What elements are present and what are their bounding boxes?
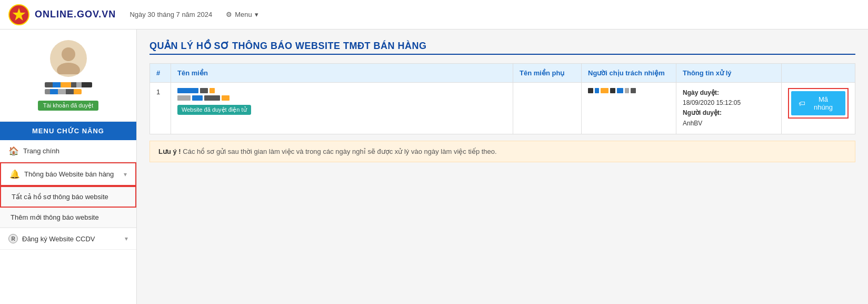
sidebar-link-dang-ky-ccdv[interactable]: R Đăng ký Website CCDV ▾ (0, 228, 136, 249)
sub-nav-thong-bao: Tất cả hồ sơ thông báo website Thêm mới … (0, 186, 136, 228)
sidebar-label-trang-chinh: Trang chính (23, 147, 59, 155)
chevron-down-icon: ▾ (255, 11, 258, 18)
cell-processing-info: Ngày duyệt: 18/09/2020 15:12:05 Người du… (676, 83, 782, 134)
menu-label: Menu (235, 11, 252, 18)
sidebar-item-trang-chinh[interactable]: 🏠 Trang chính (0, 140, 136, 162)
logo-emblem (8, 4, 29, 25)
sidebar-label-thong-bao-website: Thông báo Website bán hàng (24, 170, 114, 178)
cell-sub-domain (513, 83, 582, 134)
username-pixelated (45, 82, 92, 87)
sidebar-menu-header: MENU CHỨC NĂNG (0, 122, 136, 140)
site-title: ONLINE.GOV.VN (35, 9, 116, 20)
avatar (50, 40, 87, 77)
header: ONLINE.GOV.VN Ngày 30 tháng 7 năm 2024 ⚙… (0, 0, 868, 30)
sidebar-profile: Tài khoản đã duyệt (0, 30, 136, 122)
gear-icon: ⚙ (226, 11, 232, 18)
sidebar-item-dang-ky-ccdv[interactable]: R Đăng ký Website CCDV ▾ (0, 228, 136, 250)
domain-pixel-row2 (177, 95, 506, 101)
col-nguoi-chiu-tn: Người chịu trách nhiệm (582, 64, 676, 83)
svg-point-2 (62, 47, 75, 61)
sidebar-item-tat-ca-ho-so[interactable]: Tất cả hồ sơ thông báo website (0, 186, 136, 208)
note-box: Lưu ý ! Các hồ sơ gửi sau thời gian làm … (149, 141, 855, 162)
userdetail-pixelated (45, 89, 82, 94)
col-ten-mien: Tên miền (171, 64, 513, 83)
r-icon: R (8, 234, 18, 243)
content-area: QUẢN LÝ HỒ SƠ THÔNG BÁO WEBSITE TMĐT BÁN… (137, 30, 868, 304)
avatar-icon (53, 43, 84, 74)
note-prefix: Lưu ý ! (158, 148, 181, 155)
sidebar-link-thong-bao-website[interactable]: 🔔 Thông báo Website bán hàng ▾ (0, 162, 136, 186)
main-layout: Tài khoản đã duyệt MENU CHỨC NĂNG 🏠 Tran… (0, 30, 868, 304)
header-date: Ngày 30 tháng 7 năm 2024 (129, 11, 212, 18)
col-action (782, 64, 855, 83)
col-ten-mien-phu: Tên miền phụ (513, 64, 582, 83)
sidebar-item-them-moi[interactable]: Thêm mới thông báo website (0, 208, 136, 228)
table-row: 1 Websi (150, 83, 855, 134)
logo-area: ONLINE.GOV.VN (8, 4, 116, 25)
col-index: # (150, 64, 171, 83)
sidebar-label-tat-ca-ho-so: Tất cả hồ sơ thông báo website (12, 193, 108, 201)
chevron-icon: ▾ (124, 171, 127, 178)
approved-by-value: AnhBV (683, 120, 702, 127)
ma-nhung-label: Mã nhúng (809, 95, 838, 111)
header-menu[interactable]: ⚙ Menu ▾ (226, 11, 258, 18)
cell-responsible (582, 83, 676, 134)
home-icon: 🏠 (8, 146, 19, 156)
approved-date-value: 18/09/2020 15:12:05 (683, 99, 741, 106)
account-status-badge: Tài khoản đã duyệt (38, 101, 98, 111)
ma-nhung-button[interactable]: 🏷 Mã nhúng (791, 91, 845, 115)
svg-point-3 (57, 63, 80, 74)
chevron-icon-2: ▾ (125, 235, 128, 242)
action-button-wrapper: 🏷 Mã nhúng (788, 88, 849, 119)
sidebar-label-them-moi: Thêm mới thông báo website (11, 213, 99, 221)
approved-date-label: Ngày duyệt: (683, 89, 719, 96)
col-thong-tin-xu-ly: Thông tin xử lý (676, 64, 782, 83)
note-text: Các hồ sơ gửi sau thời gian làm việc và … (181, 148, 497, 155)
page-title: QUẢN LÝ HỒ SƠ THÔNG BÁO WEBSITE TMĐT BÁN… (149, 40, 855, 52)
sidebar-link-trang-chinh[interactable]: 🏠 Trang chính (0, 140, 136, 162)
processing-info: Ngày duyệt: 18/09/2020 15:12:05 Người du… (683, 88, 775, 129)
cell-index: 1 (150, 83, 171, 134)
sidebar: Tài khoản đã duyệt MENU CHỨC NĂNG 🏠 Tran… (0, 30, 137, 304)
responsible-pixel (588, 88, 670, 93)
table-header: # Tên miền Tên miền phụ Người chịu trách… (150, 64, 855, 83)
tag-icon: 🏷 (799, 100, 805, 107)
sidebar-item-thong-bao-website: 🔔 Thông báo Website bán hàng ▾ Tất cả hồ… (0, 162, 136, 228)
sidebar-link-them-moi[interactable]: Thêm mới thông báo website (0, 208, 136, 227)
user-info-blocks (45, 82, 92, 94)
sidebar-nav: 🏠 Trang chính 🔔 Thông báo Website bán hà… (0, 140, 136, 250)
main-table: # Tên miền Tên miền phụ Người chịu trách… (149, 63, 855, 134)
bell-icon: 🔔 (9, 169, 20, 179)
table-body: 1 Websi (150, 83, 855, 134)
sidebar-link-tat-ca-ho-so[interactable]: Tất cả hồ sơ thông báo website (1, 187, 135, 207)
sidebar-label-dang-ky-ccdv: Đăng ký Website CCDV (22, 235, 95, 243)
cell-action: 🏷 Mã nhúng (782, 83, 855, 134)
domain-pixel-row (177, 88, 506, 93)
website-status-badge: Website đã duyệt điện tử (177, 105, 251, 115)
approved-by-label: Người duyệt: (683, 109, 722, 116)
cell-domain: Website đã duyệt điện tử (171, 83, 513, 134)
title-underline (149, 54, 855, 55)
